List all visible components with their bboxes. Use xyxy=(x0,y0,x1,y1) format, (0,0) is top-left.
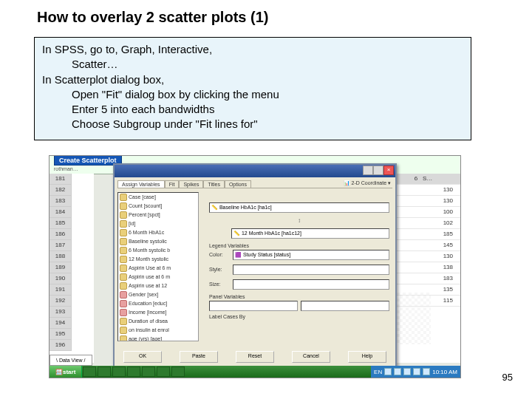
taskbar-item[interactable] xyxy=(112,366,126,377)
minimize-icon[interactable] xyxy=(363,166,373,175)
variable-item[interactable]: Education [educ] xyxy=(118,299,198,308)
tray-icon[interactable] xyxy=(413,368,420,375)
tab-titles[interactable]: Titles xyxy=(203,180,224,188)
tab-spikes[interactable]: Spikes xyxy=(179,180,203,188)
row-header[interactable]: 194 xyxy=(50,318,72,329)
variable-item[interactable]: 6 Month systolic b xyxy=(118,246,198,255)
data-cell[interactable]: 185 xyxy=(394,229,460,240)
clock[interactable]: 10:10 AM xyxy=(432,369,457,375)
data-cell[interactable]: 145 xyxy=(394,240,460,251)
data-cell[interactable]: 183 xyxy=(394,273,460,284)
row-header[interactable]: 190 xyxy=(50,273,72,284)
variable-item[interactable]: 12 Month systolic xyxy=(118,255,198,264)
labelcases-label: Label Cases By xyxy=(209,314,389,319)
taskbar-item[interactable] xyxy=(157,366,170,377)
row-header[interactable]: 186 xyxy=(50,229,72,240)
variable-item[interactable]: Income [income] xyxy=(118,308,198,317)
variable-item[interactable]: Aspirin use at 12 xyxy=(118,282,198,290)
note-line: Scatter… xyxy=(42,57,463,72)
taskbar-item[interactable] xyxy=(98,366,111,377)
dialog-caption: Create Scatterplot xyxy=(54,155,122,166)
var-type-icon xyxy=(120,256,127,263)
var-type-icon xyxy=(120,327,127,334)
row-header[interactable]: 182 xyxy=(50,185,72,196)
x-axis-field[interactable]: 📏 12 Month HbA1c [ha1c12] xyxy=(231,228,389,239)
reset-button[interactable]: Reset xyxy=(236,351,274,363)
row-header[interactable]: 187 xyxy=(50,240,72,251)
row-header[interactable]: 188 xyxy=(50,251,72,262)
variable-item[interactable]: on insulin at enrol xyxy=(118,326,198,335)
variable-item[interactable]: Gender [sex] xyxy=(118,290,198,299)
tray-icon[interactable] xyxy=(423,368,430,375)
data-cell[interactable]: 100 xyxy=(394,207,460,218)
tray-icon[interactable] xyxy=(394,368,401,375)
size-field[interactable] xyxy=(233,279,389,290)
y-axis-field[interactable]: 📏 Baseline HbA1c [ha1c] xyxy=(209,202,389,213)
variable-item[interactable]: [id] xyxy=(118,219,198,228)
data-cell[interactable]: 102 xyxy=(394,218,460,229)
cancel-button[interactable]: Cancel xyxy=(292,351,330,363)
ok-button[interactable]: OK xyxy=(123,351,162,363)
close-icon[interactable]: × xyxy=(383,166,394,175)
variable-item[interactable]: Duration of disea xyxy=(118,317,198,326)
data-view-tab[interactable]: \ Data View / xyxy=(50,355,92,366)
variable-item[interactable]: Baseline systolic xyxy=(118,237,198,246)
taskbar-item[interactable] xyxy=(127,366,140,377)
note-line: Enter 5 into each bandwidths xyxy=(42,102,463,117)
var-type-icon xyxy=(120,247,127,254)
row-header[interactable]: 181 xyxy=(50,174,72,185)
variable-list[interactable]: Case [case]Count [scount]Percent [spct][… xyxy=(117,192,199,341)
row-header[interactable]: 196 xyxy=(50,340,72,351)
taskbar-item[interactable] xyxy=(171,366,185,377)
tab-options[interactable]: Options xyxy=(225,180,251,188)
row-header[interactable]: 183 xyxy=(50,196,72,207)
data-cell[interactable]: 130 xyxy=(394,196,460,207)
dialog-titlebar[interactable]: × xyxy=(115,165,395,177)
variable-item[interactable]: Aspirin use at 6 m xyxy=(118,273,198,282)
variable-item[interactable]: 6 Month HbA1c xyxy=(118,228,198,237)
paste-button[interactable]: Paste xyxy=(180,351,218,363)
row-header[interactable]: 193 xyxy=(50,307,72,318)
tray-icon[interactable] xyxy=(384,368,392,375)
lang-indicator[interactable]: EN xyxy=(374,369,382,375)
note-line: In SPSS, go to, Graph, Interactive, xyxy=(42,42,463,57)
taskbar-item[interactable] xyxy=(142,366,155,377)
panel-section-label: Panel Variables xyxy=(209,294,389,299)
var-type-icon xyxy=(120,291,127,299)
tab-assign-variables[interactable]: Assign Variables xyxy=(117,180,165,188)
row-header[interactable]: 191 xyxy=(50,284,72,296)
data-cell[interactable]: 130 xyxy=(394,185,460,196)
variable-item[interactable]: Count [scount] xyxy=(118,202,198,211)
var-type-icon xyxy=(120,220,127,228)
tab-fit[interactable]: Fit xyxy=(165,180,180,188)
var-type-icon xyxy=(120,194,127,201)
maximize-icon[interactable] xyxy=(373,166,383,175)
panel-field[interactable] xyxy=(209,301,298,311)
panel-field[interactable] xyxy=(301,301,389,311)
variable-item[interactable]: Case [case] xyxy=(118,193,198,202)
var-type-icon xyxy=(120,238,127,245)
spss-row-headers: 1811821831841851861871881891901911921931… xyxy=(50,174,94,363)
help-button[interactable]: Help xyxy=(348,351,386,363)
color-field[interactable]: 🟪 Study Status [status] xyxy=(233,250,389,260)
start-button[interactable]: 🪟 start xyxy=(50,366,82,378)
row-header[interactable]: 192 xyxy=(50,296,72,307)
var-type-icon xyxy=(120,229,127,236)
variable-item[interactable]: Aspirin Use at 6 m xyxy=(118,264,198,273)
create-scatterplot-dialog: × Assign Variables Fit Spikes Titles Opt… xyxy=(113,163,397,373)
row-header[interactable]: 185 xyxy=(50,218,72,229)
row-header[interactable]: 189 xyxy=(50,262,72,273)
tray-icon[interactable] xyxy=(403,368,411,375)
data-cell[interactable]: 138 xyxy=(394,262,460,273)
taskbar-item[interactable] xyxy=(83,366,96,377)
coord-selector[interactable]: 📊 2-D Coordinate ▾ xyxy=(344,180,391,186)
style-field[interactable] xyxy=(233,265,389,275)
row-header[interactable]: 184 xyxy=(50,207,72,218)
variable-item[interactable]: Percent [spct] xyxy=(118,211,198,219)
system-tray[interactable]: EN 10:10 AM xyxy=(371,366,460,378)
data-cell[interactable]: 130 xyxy=(394,251,460,262)
row-header[interactable]: 195 xyxy=(50,329,72,340)
var-type-icon xyxy=(120,300,127,307)
var-type-icon xyxy=(120,282,127,290)
variable-item[interactable]: age (yrs) [age] xyxy=(118,335,198,341)
